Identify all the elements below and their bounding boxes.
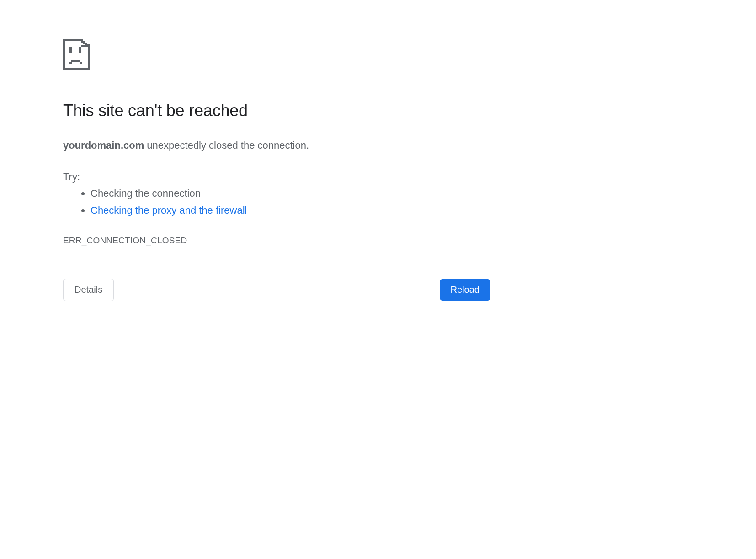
svg-rect-1 <box>63 39 65 70</box>
error-message-suffix: unexpectedly closed the connection. <box>144 140 309 151</box>
svg-rect-12 <box>69 62 72 64</box>
svg-rect-0 <box>63 39 81 41</box>
svg-rect-3 <box>88 46 90 70</box>
try-label: Try: <box>63 171 494 183</box>
svg-rect-13 <box>80 62 82 64</box>
button-row: Details Reload <box>63 279 490 301</box>
svg-rect-5 <box>83 41 85 44</box>
error-page-container: This site can't be reached yourdomain.co… <box>0 0 494 301</box>
suggestions-list: Checking the connection Checking the pro… <box>63 185 494 219</box>
svg-rect-2 <box>63 68 90 70</box>
details-button[interactable]: Details <box>63 279 114 301</box>
proxy-firewall-link[interactable]: Checking the proxy and the firewall <box>91 204 247 216</box>
suggestion-item-proxy-firewall: Checking the proxy and the firewall <box>91 202 494 219</box>
page-title: This site can't be reached <box>63 101 494 120</box>
svg-rect-4 <box>81 39 83 43</box>
error-code: ERR_CONNECTION_CLOSED <box>63 236 494 246</box>
error-domain: yourdomain.com <box>63 140 144 151</box>
suggestion-item-connection: Checking the connection <box>91 185 494 202</box>
svg-rect-9 <box>69 47 72 53</box>
svg-rect-10 <box>79 47 81 53</box>
svg-rect-8 <box>81 45 88 47</box>
error-message: yourdomain.com unexpectedly closed the c… <box>63 139 494 153</box>
svg-rect-11 <box>71 60 80 62</box>
sad-page-icon <box>63 39 494 70</box>
reload-button[interactable]: Reload <box>440 279 490 301</box>
